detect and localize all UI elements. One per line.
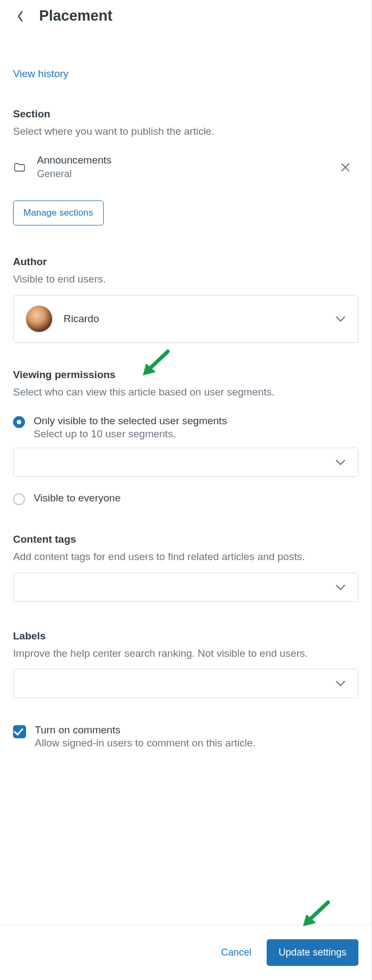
labels-select[interactable] <box>13 669 358 698</box>
permissions-description: Select who can view this article based o… <box>13 384 358 400</box>
author-description: Visible to end users. <box>13 271 358 287</box>
labels-description: Improve the help center search ranking. … <box>13 645 358 661</box>
section-item-category: General <box>37 168 328 180</box>
radio-selected-segments[interactable] <box>13 416 25 428</box>
turn-on-comments-label: Turn on comments <box>35 724 256 736</box>
chevron-down-icon <box>335 584 346 590</box>
radio-selected-segments-label: Only visible to the selected user segmen… <box>34 415 227 427</box>
back-button[interactable] <box>13 9 28 24</box>
remove-section-button[interactable] <box>339 161 352 174</box>
author-name: Ricardo <box>64 313 99 325</box>
chevron-left-icon <box>17 10 24 22</box>
author-select[interactable]: Ricardo <box>13 295 358 343</box>
radio-visible-everyone-label: Visible to everyone <box>34 492 121 504</box>
section-item-name: Announcements <box>37 154 328 166</box>
turn-on-comments-checkbox[interactable] <box>13 725 26 738</box>
user-segments-select[interactable] <box>13 448 358 477</box>
svg-line-2 <box>148 351 168 370</box>
permissions-heading: Viewing permissions <box>13 369 358 381</box>
chevron-down-icon <box>335 680 346 687</box>
content-tags-description: Add content tags for end users to find r… <box>13 549 358 564</box>
radio-selected-segments-sub: Select up to 10 user segments. <box>34 428 227 440</box>
content-tags-heading: Content tags <box>13 533 358 545</box>
chevron-down-icon <box>335 459 346 466</box>
cancel-button[interactable]: Cancel <box>221 947 251 958</box>
section-description: Select where you want to publish the art… <box>13 123 358 139</box>
svg-line-4 <box>308 902 328 921</box>
page-title: Placement <box>39 8 112 24</box>
labels-heading: Labels <box>13 630 358 642</box>
section-item: Announcements General <box>13 154 358 180</box>
author-heading: Author <box>13 256 358 268</box>
radio-visible-everyone[interactable] <box>13 493 25 505</box>
content-tags-select[interactable] <box>13 573 358 602</box>
avatar <box>26 305 53 332</box>
annotation-arrow-icon <box>301 899 333 926</box>
manage-sections-button[interactable]: Manage sections <box>13 200 104 225</box>
update-settings-button[interactable]: Update settings <box>267 939 358 966</box>
section-heading: Section <box>13 108 358 120</box>
view-history-link[interactable]: View history <box>13 68 68 80</box>
turn-on-comments-sub: Allow signed-in users to comment on this… <box>35 737 256 749</box>
svg-marker-5 <box>303 914 316 926</box>
folder-icon <box>13 161 26 174</box>
chevron-down-icon <box>335 316 346 322</box>
